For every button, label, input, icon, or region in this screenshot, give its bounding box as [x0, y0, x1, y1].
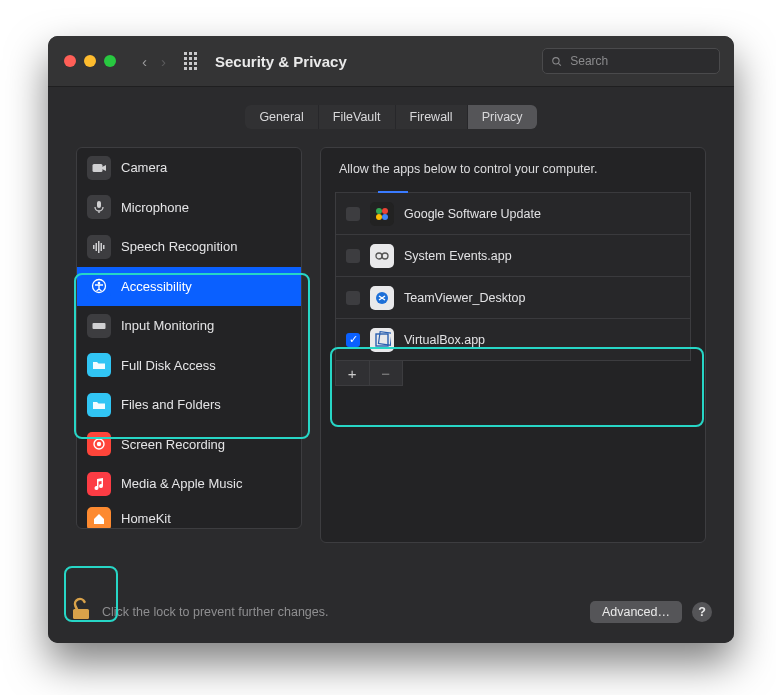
lock-hint: Click the lock to prevent further change…	[102, 605, 329, 619]
home-icon	[87, 507, 111, 530]
svg-rect-4	[93, 245, 95, 249]
tab-bar: General FileVault Firewall Privacy	[48, 105, 734, 129]
sidebar-item-label: Screen Recording	[121, 437, 225, 452]
sidebar-item-input-monitoring[interactable]: Input Monitoring	[77, 306, 301, 346]
sidebar-item-files-folders[interactable]: Files and Folders	[77, 385, 301, 425]
svg-point-13	[97, 442, 101, 446]
app-row[interactable]: TeamViewer_Desktop	[336, 276, 690, 318]
add-button[interactable]: +	[336, 361, 369, 385]
app-row[interactable]: System Events.app	[336, 234, 690, 276]
sidebar-item-accessibility[interactable]: Accessibility	[77, 267, 301, 307]
svg-point-18	[376, 253, 382, 259]
svg-rect-11	[93, 323, 106, 329]
checkbox[interactable]	[346, 333, 360, 347]
tab-firewall[interactable]: Firewall	[395, 105, 467, 129]
window-title: Security & Privacy	[215, 53, 347, 70]
svg-rect-5	[96, 243, 98, 251]
sidebar-item-label: Files and Folders	[121, 397, 221, 412]
sidebar-item-label: Accessibility	[121, 279, 192, 294]
svg-rect-2	[93, 164, 103, 172]
svg-rect-3	[97, 201, 101, 208]
app-list: Google Software Update System Events.app…	[335, 192, 691, 361]
music-icon	[87, 472, 111, 496]
svg-line-1	[558, 63, 560, 65]
sidebar-item-homekit[interactable]: HomeKit	[77, 504, 301, 530]
svg-rect-8	[103, 245, 105, 249]
sidebar-item-label: Media & Apple Music	[121, 476, 242, 491]
accessibility-icon	[87, 274, 111, 298]
svg-point-16	[376, 214, 382, 220]
zoom-window-button[interactable]	[104, 55, 116, 67]
toolbar: ‹ › Security & Privacy	[48, 36, 734, 87]
svg-point-10	[98, 282, 101, 285]
svg-rect-6	[98, 241, 100, 253]
app-row[interactable]: Google Software Update	[336, 192, 690, 234]
sidebar-item-label: Speech Recognition	[121, 239, 237, 254]
content-area: Camera Microphone Speech Recognition Acc…	[48, 129, 734, 553]
keyboard-icon	[87, 314, 111, 338]
sidebar-item-media[interactable]: Media & Apple Music	[77, 464, 301, 504]
svg-point-14	[376, 208, 382, 214]
sidebar-item-camera[interactable]: Camera	[77, 148, 301, 188]
app-icon	[370, 202, 394, 226]
tab-general[interactable]: General	[245, 105, 317, 129]
sidebar-item-label: Input Monitoring	[121, 318, 214, 333]
show-all-icon[interactable]	[184, 52, 197, 70]
checkbox[interactable]	[346, 207, 360, 221]
svg-rect-7	[101, 243, 103, 251]
sidebar-item-microphone[interactable]: Microphone	[77, 188, 301, 228]
folder-icon	[87, 393, 111, 417]
search-icon	[551, 55, 562, 68]
recording-icon	[87, 432, 111, 456]
minimize-window-button[interactable]	[84, 55, 96, 67]
app-permissions-panel: Allow the apps below to control your com…	[320, 147, 706, 543]
footer: Click the lock to prevent further change…	[48, 581, 734, 643]
tab-privacy[interactable]: Privacy	[467, 105, 537, 129]
search-input[interactable]	[568, 53, 711, 69]
search-field[interactable]	[542, 48, 720, 74]
folder-icon	[87, 353, 111, 377]
app-icon	[370, 286, 394, 310]
preferences-window: ‹ › Security & Privacy General FileVault…	[48, 36, 734, 643]
app-icon	[370, 244, 394, 268]
app-name: TeamViewer_Desktop	[404, 291, 525, 305]
svg-point-0	[553, 57, 559, 63]
forward-button[interactable]: ›	[157, 51, 170, 72]
app-name: Google Software Update	[404, 207, 541, 221]
sidebar-item-label: Camera	[121, 160, 167, 175]
checkbox[interactable]	[346, 291, 360, 305]
sidebar-item-label: HomeKit	[121, 511, 171, 526]
help-button[interactable]: ?	[692, 602, 712, 622]
advanced-button[interactable]: Advanced…	[590, 601, 682, 623]
sidebar-item-label: Microphone	[121, 200, 189, 215]
window-controls	[64, 55, 116, 67]
panel-description: Allow the apps below to control your com…	[321, 162, 705, 188]
svg-rect-23	[73, 609, 89, 619]
sidebar-item-label: Full Disk Access	[121, 358, 216, 373]
sidebar-item-full-disk[interactable]: Full Disk Access	[77, 346, 301, 386]
svg-point-17	[382, 214, 388, 220]
close-window-button[interactable]	[64, 55, 76, 67]
microphone-icon	[87, 195, 111, 219]
sidebar-item-speech[interactable]: Speech Recognition	[77, 227, 301, 267]
checkbox[interactable]	[346, 249, 360, 263]
privacy-category-list: Camera Microphone Speech Recognition Acc…	[76, 147, 302, 529]
remove-button[interactable]: −	[369, 361, 403, 385]
svg-point-15	[382, 208, 388, 214]
nav-buttons: ‹ ›	[138, 51, 170, 72]
svg-point-19	[382, 253, 388, 259]
add-remove-buttons: + −	[335, 361, 403, 386]
app-icon	[370, 328, 394, 352]
tab-filevault[interactable]: FileVault	[318, 105, 395, 129]
app-row[interactable]: VirtualBox.app	[336, 318, 690, 360]
sidebar-item-screen-recording[interactable]: Screen Recording	[77, 425, 301, 465]
lock-icon[interactable]	[70, 597, 92, 627]
app-name: VirtualBox.app	[404, 333, 485, 347]
app-name: System Events.app	[404, 249, 512, 263]
back-button[interactable]: ‹	[138, 51, 151, 72]
speech-icon	[87, 235, 111, 259]
camera-icon	[87, 156, 111, 180]
